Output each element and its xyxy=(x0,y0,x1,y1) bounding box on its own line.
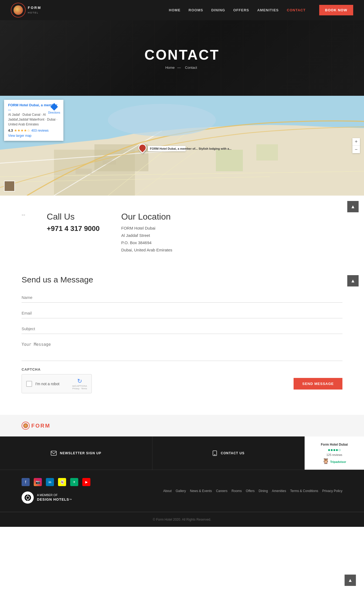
svg-point-12 xyxy=(108,104,216,136)
tripadvisor-hotel-name[interactable]: Form Hotel Dubai xyxy=(321,443,348,446)
logo-text: FORM xyxy=(28,6,41,10)
contact-info-section: -- Call Us +971 4 317 9000 Our Location … xyxy=(0,196,364,270)
name-input[interactable] xyxy=(22,292,342,303)
footer-link-news[interactable]: News & Events xyxy=(190,489,212,493)
breadcrumb: Home — Contact xyxy=(165,66,199,70)
recaptcha-links[interactable]: Privacy · Terms xyxy=(72,387,87,390)
footer-link-careers[interactable]: Careers xyxy=(216,489,227,493)
review-count[interactable]: 403 reviews xyxy=(31,129,49,132)
social-icons: f 📷 in 👻 ✈ ▶ xyxy=(22,478,90,486)
scroll-up-button-2[interactable]: ▲ xyxy=(347,275,359,286)
nav-offers[interactable]: OFFERS xyxy=(233,8,249,12)
youtube-link[interactable]: ▶ xyxy=(82,478,90,486)
svg-rect-13 xyxy=(216,150,243,171)
contact-us-col[interactable]: CONTACT US xyxy=(152,436,305,470)
map-rating: 4.3 ★★★★☆ 403 reviews xyxy=(8,128,59,132)
scroll-up-button-1[interactable]: ▲ xyxy=(347,201,359,212)
form-wrapper: ▲ Send us a Message CAPTCHA I'm not a ro… xyxy=(0,270,364,415)
footer-link-dining[interactable]: Dining xyxy=(259,489,268,493)
tripadvisor-stars: ●●●●○ xyxy=(321,448,348,452)
map-addr-line1: Al Jadaf · Dubai Canal · Al xyxy=(8,113,46,117)
footer-link-terms[interactable]: Terms & Conditions xyxy=(290,489,318,493)
contact-form-section: Send us a Message CAPTCHA I'm not a robo… xyxy=(0,270,364,415)
captcha-box: I'm not a robot ↻ reCAPTCHA Privacy · Te… xyxy=(22,374,342,393)
recaptcha-checkbox[interactable] xyxy=(26,381,32,387)
footer-link-gallery[interactable]: Gallery xyxy=(176,489,186,493)
footer-brand-bar: FORM xyxy=(0,415,364,436)
send-message-button[interactable]: SEND MESSAGE xyxy=(294,378,342,390)
social-row: f 📷 in 👻 ✈ ▶ A MEMBER OF xyxy=(0,470,364,512)
breadcrumb-home[interactable]: Home xyxy=(165,66,175,70)
tripadvisor-col[interactable]: Form Hotel Dubai ●●●●○ 125 reviews 🦉 Tri… xyxy=(305,436,364,470)
map-pin[interactable]: FORM Hotel Dubai, a member of... Stylish… xyxy=(138,144,147,152)
addr-line2: Al Jaddaf Street xyxy=(121,233,150,238)
decorative-lines: -- xyxy=(22,212,25,218)
message-textarea[interactable] xyxy=(22,339,342,361)
footer-link-about[interactable]: About xyxy=(163,489,172,493)
design-hotels-icon xyxy=(22,491,34,504)
email-group xyxy=(22,308,342,318)
logo-subtext: HOTEL xyxy=(28,11,39,14)
main-nav: HOME ROOMS DINING OFFERS AMENITIES CONTA… xyxy=(169,5,353,15)
footer-link-privacy[interactable]: Privacy Policy xyxy=(322,489,342,493)
phone-number[interactable]: +971 4 317 9000 xyxy=(47,224,100,233)
page-title: CONTACT xyxy=(144,47,219,63)
svg-rect-11 xyxy=(103,161,116,165)
call-us-title: Call Us xyxy=(47,212,100,222)
captcha-label: CAPTCHA xyxy=(22,367,342,371)
design-hotels-name: DESIGN HOTELS xyxy=(37,497,69,501)
email-input[interactable] xyxy=(22,308,342,318)
map-info-box: FORM Hotel Dubai, a member ... Al Jadaf … xyxy=(4,100,63,141)
map-addr-line2: Jaddaf,Jaddaf Waterfront · Dubai · xyxy=(8,118,57,121)
directions-button[interactable]: Directions xyxy=(48,103,60,114)
contact-info-wrapper: ▲ -- Call Us +971 4 317 9000 Our Locatio… xyxy=(0,196,364,270)
zoom-out-button[interactable]: − xyxy=(352,146,360,153)
nav-amenities[interactable]: AMENITIES xyxy=(257,8,279,12)
rating-stars: ★★★★☆ xyxy=(14,128,30,132)
footer-logo-icon xyxy=(22,422,30,430)
nav-dining[interactable]: DINING xyxy=(211,8,225,12)
newsletter-icon xyxy=(51,451,57,456)
zoom-in-button[interactable]: + xyxy=(352,138,360,146)
facebook-link[interactable]: f xyxy=(22,478,30,486)
subject-group xyxy=(22,324,342,334)
map-thumbnail[interactable] xyxy=(4,181,15,192)
book-now-button[interactable]: BOOK NOW xyxy=(319,5,353,15)
form-title: Send us a Message xyxy=(22,275,342,284)
map-address: Al Jadaf · Dubai Canal · Al Jaddaf,Jadda… xyxy=(8,112,59,127)
footer: NEWSLETTER SIGN UP CONTACT US Form Hotel… xyxy=(0,436,364,527)
addr-line4: Dubai, United Arab Emirates xyxy=(121,248,172,252)
newsletter-signup-col[interactable]: NEWSLETTER SIGN UP xyxy=(0,436,152,470)
instagram-link[interactable]: 📷 xyxy=(34,478,42,486)
design-hotels-badge: A MEMBER OF DESIGN HOTELS™ xyxy=(22,491,90,504)
footer-top-row: NEWSLETTER SIGN UP CONTACT US Form Hotel… xyxy=(0,436,364,470)
recaptcha-logo: ↻ reCAPTCHA Privacy · Terms xyxy=(72,378,87,390)
recaptcha-text: I'm not a robot xyxy=(35,382,69,386)
nav-contact[interactable]: CONTACT xyxy=(287,8,306,12)
map-section: FORM Hotel Dubai, a member ... Al Jadaf … xyxy=(0,96,364,196)
svg-rect-14 xyxy=(256,144,278,161)
nav-rooms[interactable]: ROOMS xyxy=(189,8,203,12)
message-group xyxy=(22,339,342,362)
copyright-text: © Form Hotel 2020. All Rights Reserved. xyxy=(153,518,211,521)
newsletter-label: NEWSLETTER SIGN UP xyxy=(60,451,101,455)
copyright: © Form Hotel 2020. All Rights Reserved. xyxy=(0,512,364,527)
subject-input[interactable] xyxy=(22,324,342,334)
location-block: Our Location FORM Hotel Dubai Al Jaddaf … xyxy=(121,212,172,254)
tripadvisor-link[interactable]: ✈ xyxy=(70,478,78,486)
footer-link-amenities[interactable]: Amenities xyxy=(272,489,286,493)
logo[interactable]: FORM HOTEL xyxy=(11,3,41,18)
footer-link-rooms[interactable]: Rooms xyxy=(232,489,242,493)
footer-link-offers[interactable]: Offers xyxy=(246,489,254,493)
nav-home[interactable]: HOME xyxy=(169,8,181,12)
svg-rect-10 xyxy=(76,169,92,174)
design-hotels-member: A MEMBER OF xyxy=(37,493,72,497)
svg-rect-15 xyxy=(51,451,56,455)
snapchat-link[interactable]: 👻 xyxy=(58,478,66,486)
recaptcha-widget[interactable]: I'm not a robot ↻ reCAPTCHA Privacy · Te… xyxy=(22,374,92,393)
map-pin-label: FORM Hotel Dubai, a member of... Stylish… xyxy=(148,146,186,151)
call-us-block: Call Us +971 4 317 9000 xyxy=(47,212,100,254)
linkedin-link[interactable]: in xyxy=(46,478,54,486)
header: FORM HOTEL HOME ROOMS DINING OFFERS AMEN… xyxy=(0,0,364,20)
view-larger-link[interactable]: View larger map xyxy=(8,134,59,138)
